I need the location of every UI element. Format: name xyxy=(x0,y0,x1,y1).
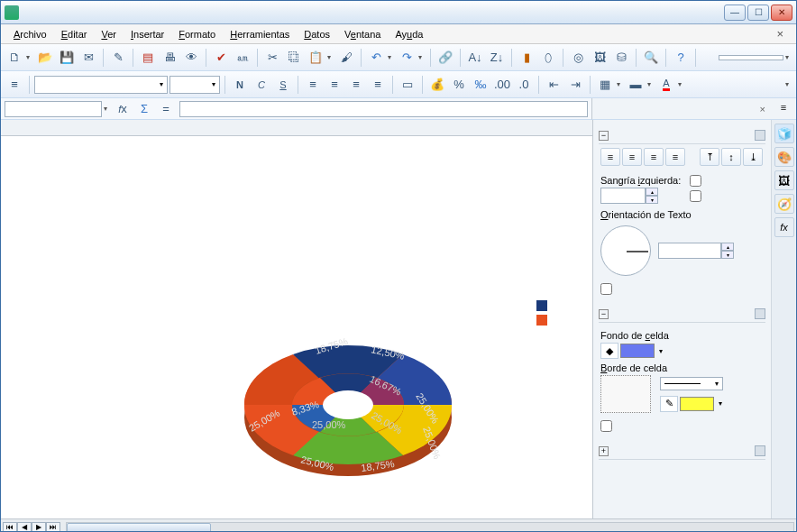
menu-editar[interactable]: Editar xyxy=(54,27,95,41)
valign-bot-btn[interactable]: ⤓ xyxy=(743,148,763,166)
merge-checkbox[interactable] xyxy=(690,190,705,202)
align-justify-icon[interactable]: ≡ xyxy=(368,75,388,95)
bordercolor-picker[interactable]: ✎ ▾ xyxy=(660,396,725,412)
open-icon[interactable]: 📂 xyxy=(35,48,55,68)
sheet-area[interactable]: 18,75% 12,50% 16,67% 25,00% 25,00% 18,75… xyxy=(1,120,592,518)
minimize-button[interactable]: — xyxy=(724,5,746,21)
sidetab-navigator-icon[interactable]: 🧭 xyxy=(774,194,794,214)
cell-reference-input[interactable] xyxy=(5,101,102,117)
search-input[interactable] xyxy=(719,55,783,60)
maximize-button[interactable]: ☐ xyxy=(747,5,769,21)
pdf-icon[interactable]: ▤ xyxy=(138,48,158,68)
new-doc-icon[interactable]: 🗋 xyxy=(5,48,24,68)
align-center-icon[interactable]: ≡ xyxy=(325,75,344,95)
formula-input[interactable] xyxy=(179,101,588,117)
italic-icon[interactable]: C xyxy=(252,75,271,95)
paste-icon[interactable]: 📋 xyxy=(306,48,325,68)
tab-nav-prev[interactable]: ◀ xyxy=(17,522,32,533)
merge-icon[interactable]: ▭ xyxy=(398,75,417,95)
section-icon[interactable] xyxy=(755,130,765,141)
navigator-icon[interactable]: ◎ xyxy=(568,48,588,68)
valign-top-btn[interactable]: ⤒ xyxy=(700,148,719,166)
link-icon[interactable]: 🔗 xyxy=(435,48,455,68)
copy-icon[interactable]: ⿻ xyxy=(284,48,304,68)
menu-datos[interactable]: Datos xyxy=(297,27,337,41)
dec-dec-icon[interactable]: .0 xyxy=(514,75,534,95)
orientation-dial[interactable] xyxy=(600,225,651,276)
edit-icon[interactable]: ✎ xyxy=(108,48,128,68)
section-numformat[interactable]: + xyxy=(599,443,765,460)
redo-icon[interactable]: ↷ xyxy=(397,48,417,68)
fmtpaint-icon[interactable]: 🖌 xyxy=(336,48,356,68)
numfmt-icon[interactable]: ‰ xyxy=(471,75,490,95)
indent-dec-icon[interactable]: ⇤ xyxy=(544,75,563,95)
undo-icon[interactable]: ↶ xyxy=(366,48,386,68)
align-right-btn[interactable]: ≡ xyxy=(644,148,664,166)
menu-ventana[interactable]: Ventana xyxy=(337,27,388,41)
gallery-icon[interactable]: 🖼 xyxy=(590,48,609,68)
borders-icon[interactable]: ▦ xyxy=(595,75,615,95)
sidetab-functions-icon[interactable]: fx xyxy=(774,217,794,237)
print-icon[interactable]: 🖶 xyxy=(160,48,179,68)
wrap-checkbox[interactable] xyxy=(690,175,705,187)
underline-icon[interactable]: S xyxy=(273,75,293,95)
align-justify-btn[interactable]: ≡ xyxy=(665,148,685,166)
font-name-combo[interactable]: ▾ xyxy=(34,76,168,94)
border-preview[interactable] xyxy=(600,375,651,413)
tab-nav-first[interactable]: ⏮ xyxy=(3,522,17,533)
sort-desc-icon[interactable]: Z↓ xyxy=(487,48,507,68)
fmt-overflow[interactable]: ▾ xyxy=(785,80,792,88)
zoom-icon[interactable]: 🔍 xyxy=(641,48,661,68)
help-icon[interactable]: ? xyxy=(671,48,691,68)
inc-dec-icon[interactable]: .00 xyxy=(492,75,512,95)
toolbar-overflow[interactable]: ▾ xyxy=(785,53,792,61)
align-left-icon[interactable]: ≡ xyxy=(303,75,323,95)
tab-nav-last[interactable]: ⏭ xyxy=(46,522,60,533)
indent-inc-icon[interactable]: ⇥ xyxy=(565,75,585,95)
chart[interactable]: 18,75% 12,50% 16,67% 25,00% 25,00% 18,75… xyxy=(208,291,551,499)
menu-insertar[interactable]: Insertar xyxy=(124,27,171,41)
menu-ver[interactable]: Ver xyxy=(94,27,124,41)
chart-icon[interactable]: ▮ xyxy=(517,48,536,68)
sidebar-toggle-icon[interactable]: ≡ xyxy=(5,75,24,95)
new-doc-drop[interactable]: ▾ xyxy=(26,53,33,61)
menu-ayuda[interactable]: Ayuda xyxy=(388,27,430,41)
sidetab-properties-icon[interactable]: 🧊 xyxy=(774,124,794,143)
bgcolor-icon[interactable]: ▬ xyxy=(626,75,646,95)
sidetab-styles-icon[interactable]: 🎨 xyxy=(774,147,794,167)
fontcolor-icon[interactable]: A xyxy=(656,75,676,95)
save-icon[interactable]: 💾 xyxy=(57,48,77,68)
close-button[interactable]: ✕ xyxy=(771,5,792,21)
sidebar-close-icon[interactable]: × xyxy=(760,104,765,115)
percent-icon[interactable]: % xyxy=(449,75,469,95)
menu-formato[interactable]: Formato xyxy=(171,27,223,41)
bold-icon[interactable]: N xyxy=(230,75,250,95)
preview-icon[interactable]: 👁 xyxy=(181,48,201,68)
sum-icon[interactable]: Σ xyxy=(134,99,154,119)
degrees-spinbox[interactable]: ▴▾ xyxy=(658,243,739,259)
border-style-picker[interactable]: ▾ xyxy=(660,377,723,390)
menu-herramientas[interactable]: Herramientas xyxy=(223,27,297,41)
currency-icon[interactable]: 💰 xyxy=(427,75,447,95)
menu-close-icon[interactable]: × xyxy=(769,25,791,42)
font-size-combo[interactable]: ▾ xyxy=(169,76,220,94)
cut-icon[interactable]: ✂ xyxy=(262,48,282,68)
bgcolor-picker[interactable]: ◆ ▾ xyxy=(600,343,764,359)
tab-nav-next[interactable]: ▶ xyxy=(32,522,46,533)
valign-mid-btn[interactable]: ↕ xyxy=(721,148,741,166)
email-icon[interactable]: ✉ xyxy=(78,48,98,68)
equals-icon[interactable]: = xyxy=(156,99,176,119)
sort-asc-icon[interactable]: A↓ xyxy=(465,48,485,68)
fx-icon[interactable]: fx xyxy=(113,99,133,119)
spellcheck-icon[interactable]: ✔ xyxy=(211,48,231,68)
autocheck-icon[interactable]: ㏂ xyxy=(233,48,252,68)
sidetab-gallery-icon[interactable]: 🖼 xyxy=(774,170,794,190)
datasources-icon[interactable]: ⛁ xyxy=(611,48,631,68)
sidebar-config-icon[interactable]: ≡ xyxy=(781,102,786,113)
drawfn-icon[interactable]: ⬯ xyxy=(538,48,558,68)
stacked-checkbox[interactable] xyxy=(600,283,764,295)
align-right-icon[interactable]: ≡ xyxy=(346,75,366,95)
gridlines-checkbox[interactable] xyxy=(600,420,764,432)
indent-spinbox[interactable]: ▴▾ xyxy=(600,188,664,204)
menu-archivo[interactable]: Archivo xyxy=(6,27,54,41)
